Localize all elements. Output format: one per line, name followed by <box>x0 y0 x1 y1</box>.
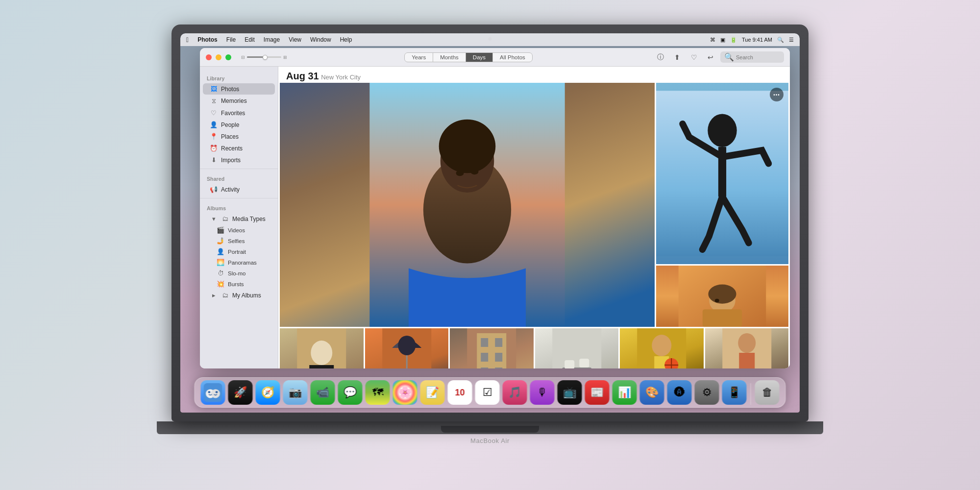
thumb-2-graphic <box>365 328 449 368</box>
folder-icon: 🗂 <box>221 215 229 222</box>
thumb-3-graphic <box>450 328 534 368</box>
sidebar-item-photos[interactable]: 🖼 Photos <box>203 83 275 95</box>
top-right-photo[interactable]: ••• <box>656 83 788 264</box>
sidebar-item-places[interactable]: 📍 Places <box>203 131 275 142</box>
dock-launchpad[interactable]: 🚀 <box>228 380 253 405</box>
dock-podcasts[interactable]: 🎙 <box>530 380 555 405</box>
menubar-view[interactable]: View <box>289 36 301 43</box>
sidebar-activity-label: Activity <box>221 186 240 193</box>
dock-calendar[interactable]: 10 <box>448 380 472 405</box>
dock-trash[interactable]: 🗑 <box>755 380 780 405</box>
dock-numbers[interactable]: 📊 <box>612 380 637 405</box>
sidebar-item-memories[interactable]: ⧖ Memories <box>203 95 275 107</box>
svg-rect-23 <box>495 338 502 347</box>
thumb-5[interactable] <box>620 328 704 368</box>
safari-icon: 🧭 <box>261 386 274 399</box>
info-button[interactable]: ⓘ <box>654 52 667 63</box>
sidebar-item-recents[interactable]: ⏰ Recents <box>203 143 275 154</box>
dock-photos[interactable]: 🌸 <box>393 380 417 405</box>
macbook-base <box>157 421 823 434</box>
section-date: Aug 31 New York City <box>278 67 790 83</box>
close-button[interactable] <box>206 54 212 60</box>
photos-window: ⊟ ⊞ Years Months Days <box>200 48 790 368</box>
dock-facetime[interactable]: 📹 <box>311 380 335 405</box>
sidebar-item-portrait[interactable]: 👤 Portrait <box>203 246 275 257</box>
dock-appstore[interactable]: 🅐 <box>667 380 692 405</box>
search-bar[interactable]: 🔍 <box>720 51 784 63</box>
bursts-icon: 💥 <box>217 280 224 288</box>
thumb-4[interactable] <box>535 328 619 368</box>
news-icon: 📰 <box>590 386 604 399</box>
years-button[interactable]: Years <box>405 53 433 62</box>
search-input[interactable] <box>736 54 780 60</box>
sidebar-media-types-label: Media Types <box>232 216 266 222</box>
menubar-help[interactable]: Help <box>340 36 352 43</box>
svg-point-47 <box>211 389 220 398</box>
menubar-edit[interactable]: Edit <box>245 36 255 43</box>
search-icon: 🔍 <box>724 52 734 62</box>
dock-messages[interactable]: 💬 <box>338 380 363 405</box>
macbook-hinge-notch <box>441 426 539 433</box>
dock-music[interactable]: 🎵 <box>503 380 527 405</box>
zoom-slider[interactable]: ⊟ ⊞ <box>241 55 287 60</box>
rotate-button[interactable]: ↩ <box>704 52 717 63</box>
days-button[interactable]: Days <box>466 53 493 62</box>
battery-icon: 🔋 <box>730 37 737 43</box>
sidebar-item-my-albums[interactable]: ▸ 🗂 My Albums <box>203 290 275 301</box>
sidebar-item-imports[interactable]: ⬇ Imports <box>203 154 275 166</box>
thumb-2[interactable] <box>365 328 449 368</box>
apple-menu[interactable]:  <box>186 36 189 44</box>
all-photos-button[interactable]: All Photos <box>493 53 532 62</box>
menubar-image[interactable]: Image <box>264 36 280 43</box>
my-albums-folder-icon: 🗂 <box>221 292 229 299</box>
dock-appletv[interactable]: 📺 <box>558 380 582 405</box>
macbook:  Photos File Edit Image View Window Hel… <box>152 24 828 466</box>
maximize-button[interactable] <box>225 54 231 60</box>
people-icon: 👤 <box>210 121 218 128</box>
launchpad-icon: 🚀 <box>234 386 247 399</box>
dock-system-prefs[interactable]: ⚙ <box>695 380 719 405</box>
thumb-3[interactable] <box>450 328 534 368</box>
selfies-icon: 🤳 <box>217 237 224 245</box>
svg-rect-28 <box>552 328 601 368</box>
slider-thumb[interactable] <box>263 55 268 60</box>
sidebar-item-panoramas[interactable]: 🌅 Panoramas <box>203 257 275 268</box>
dock-keynote[interactable]: 🎨 <box>640 380 664 405</box>
dock-image-capture[interactable]: 📷 <box>283 380 308 405</box>
sidebar-item-videos[interactable]: 🎬 Videos <box>203 225 275 235</box>
sidebar-item-selfies[interactable]: 🤳 Selfies <box>203 236 275 246</box>
more-options-button[interactable]: ••• <box>770 88 784 101</box>
dock-finder[interactable] <box>201 380 225 405</box>
search-menubar-icon[interactable]: 🔍 <box>777 37 784 43</box>
sidebar-item-bursts[interactable]: 💥 Bursts <box>203 279 275 289</box>
dock-screentime[interactable]: 📱 <box>722 380 747 405</box>
dock-safari[interactable]: 🧭 <box>256 380 280 405</box>
slider-track[interactable] <box>247 56 281 58</box>
share-button[interactable]: ⬆ <box>670 52 684 63</box>
dock-news[interactable]: 📰 <box>585 380 610 405</box>
thumb-1[interactable] <box>280 328 364 368</box>
dock-notes[interactable]: 📝 <box>420 380 445 405</box>
sidebar-favorites-label: Favorites <box>221 110 245 117</box>
sidebar-item-media-types[interactable]: ▾ 🗂 Media Types <box>203 213 275 224</box>
minimize-button[interactable] <box>216 54 221 60</box>
sidebar-item-favorites[interactable]: ♡ Favorites <box>203 107 275 119</box>
sidebar-item-slo-mo[interactable]: ⏱ Slo-mo <box>203 268 275 278</box>
months-button[interactable]: Months <box>433 53 466 62</box>
menubar-window[interactable]: Window <box>310 36 331 43</box>
dock-reminders[interactable]: ☑ <box>475 380 500 405</box>
favorite-button[interactable]: ♡ <box>687 52 701 63</box>
sidebar-item-activity[interactable]: 📢 Activity <box>203 184 275 195</box>
svg-point-41 <box>738 333 756 353</box>
thumb-6[interactable] <box>705 328 789 368</box>
view-toggle-group: Years Months Days All Photos <box>291 52 646 62</box>
podcasts-icon: 🎙 <box>537 386 548 399</box>
sidebar-videos-label: Videos <box>228 227 245 233</box>
svg-point-49 <box>216 391 218 393</box>
dock-maps[interactable]: 🗺 <box>366 380 390 405</box>
menubar-file[interactable]: File <box>226 36 236 43</box>
hero-photo[interactable] <box>280 83 655 327</box>
bottom-right-photo[interactable] <box>656 266 788 327</box>
control-center-icon[interactable]: ☰ <box>789 37 794 43</box>
sidebar-item-people[interactable]: 👤 People <box>203 119 275 130</box>
